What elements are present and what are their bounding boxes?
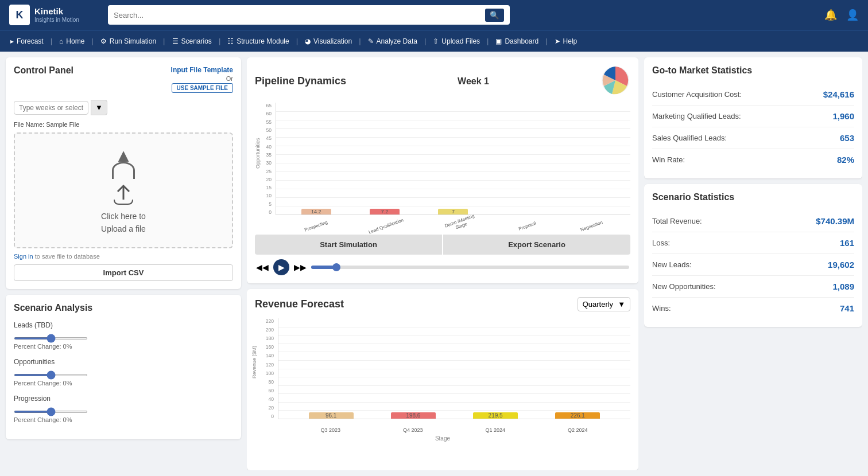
menu-structure-module[interactable]: ☷ Structure Module [222, 30, 294, 52]
upload-svg-icon [110, 184, 137, 205]
input-template-area: Input File Template Or USE SAMPLE FILE [171, 65, 233, 93]
slider-opportunities-label: Opportunities [14, 358, 233, 366]
fast-forward-button[interactable]: ▶▶ [294, 263, 307, 272]
user-icon[interactable]: 👤 [846, 9, 859, 21]
rev-y-axis: 0 20 40 60 80 100 120 140 160 180 200 22… [255, 318, 276, 419]
stat-new-leads: New Leads: 19,602 [652, 254, 854, 276]
y-axis-label: Opportunities [255, 138, 261, 169]
menu-bar: ▸ Forecast | ⌂ Home | ⚙ Run Simulation |… [0, 30, 868, 52]
rev-bar-q2-2024: 226.1 [555, 412, 600, 419]
new-leads-value: 19,602 [828, 260, 854, 270]
wins-label: Wins: [652, 304, 671, 313]
menu-upload-files[interactable]: ⇧ Upload Files [427, 30, 486, 52]
menu-forecast[interactable]: ▸ Forecast [5, 30, 49, 52]
progress-thumb[interactable] [332, 263, 340, 271]
sign-in-link[interactable]: Sign in [14, 253, 33, 260]
pipeline-header: Pipeline Dynamics Week 1 [255, 65, 630, 97]
menu-dashboard-label: Dashboard [505, 37, 538, 45]
bar-prospecting: 14.2 [301, 209, 331, 214]
menu-dashboard[interactable]: ▣ Dashboard [490, 30, 544, 52]
chart-area: 14.2 7.2 7 [276, 103, 630, 215]
use-sample-file-button[interactable]: USE SAMPLE FILE [172, 83, 233, 93]
center-column: Pipeline Dynamics Week 1 [247, 57, 638, 470]
sql-label: Sales Qualified Leads: [652, 134, 727, 142]
scenario-statistics-panel: Scenario Statistics Total Revenue: $740.… [644, 184, 862, 327]
logo-icon: K [9, 5, 30, 25]
bar-prospecting-rect: 14.2 [301, 209, 331, 214]
stat-sql: Sales Qualified Leads: 653 [652, 127, 854, 149]
upload-prompt: Click here to Upload a file [26, 210, 220, 236]
loss-value: 161 [840, 238, 854, 248]
slider-progression-label: Progression [14, 395, 233, 403]
new-opps-value: 1,089 [832, 282, 854, 291]
progression-slider[interactable] [14, 411, 88, 413]
stat-wins: Wins: 741 [652, 298, 854, 319]
menu-analyze-data[interactable]: ✎ Analyze Data [362, 30, 423, 52]
go-to-market-title: Go-to Market Statistics [652, 65, 854, 76]
total-revenue-value: $740.39M [816, 216, 854, 226]
help-icon: ➤ [555, 37, 560, 45]
revenue-header: Revenue Forecast Quarterly ▼ [255, 297, 630, 311]
stat-loss: Loss: 161 [652, 232, 854, 254]
weeks-select-row: ▼ [14, 100, 233, 115]
opportunities-percent-change: Percent Change: 0% [14, 380, 233, 387]
structure-icon: ☷ [227, 37, 234, 45]
start-simulation-button[interactable]: Start Simulation [255, 235, 442, 255]
total-revenue-label: Total Revenue: [652, 217, 702, 225]
sign-in-text: Sign in to save file to database [14, 253, 233, 260]
stat-mql: Marketing Qualified Leads: 1,960 [652, 106, 854, 127]
run-sim-icon: ⚙ [100, 37, 107, 45]
quarterly-select[interactable]: Quarterly ▼ [578, 297, 630, 311]
sql-value: 653 [840, 133, 854, 143]
sim-button-row: Start Simulation Export Scenario [255, 235, 630, 255]
right-column: Go-to Market Statistics Customer Acquisi… [644, 57, 862, 470]
search-input[interactable] [114, 11, 485, 19]
opportunities-slider[interactable] [14, 374, 88, 376]
search-bar[interactable]: 🔍 [108, 5, 510, 25]
menu-visualization[interactable]: ◕ Visualization [299, 30, 358, 52]
control-panel: Control Panel Input File Template Or USE… [6, 57, 241, 289]
stat-new-opportunities: New Opportunities: 1,089 [652, 276, 854, 298]
upload-area[interactable]: ▲ Click here to Upload a file [14, 132, 233, 248]
loss-label: Loss: [652, 239, 670, 247]
menu-home-label: Home [66, 37, 84, 45]
new-opps-label: New Opportunities: [652, 282, 716, 291]
slider-opportunities: Opportunities Percent Change: 0% [14, 358, 233, 387]
week-label: Week 1 [458, 76, 489, 87]
simulation-controls: Start Simulation Export Scenario ◀◀ ▶ ▶▶ [255, 235, 630, 275]
wins-value: 741 [840, 303, 854, 313]
quarterly-chevron-icon: ▼ [618, 300, 625, 309]
export-scenario-button[interactable]: Export Scenario [443, 235, 630, 255]
logo-text: Kinetik Insights in Motion [34, 6, 79, 24]
analyze-icon: ✎ [368, 37, 374, 45]
search-button[interactable]: 🔍 [485, 9, 504, 22]
pipeline-chart: 0 5 10 15 20 25 30 35 40 45 50 55 60 65 … [255, 103, 630, 229]
dropdown-arrow-icon[interactable]: ▼ [91, 100, 107, 115]
stat-cac: Customer Acquisition Cost: $24,616 [652, 84, 854, 106]
rev-x-axis-stage-label: Stage [255, 435, 630, 442]
menu-scenarios[interactable]: ☰ Scenarios [166, 30, 218, 52]
revenue-chart: 0 20 40 60 80 100 120 140 160 180 200 22… [255, 318, 630, 433]
menu-help-label: Help [563, 37, 578, 45]
menu-home[interactable]: ⌂ Home [53, 30, 90, 52]
rewind-button[interactable]: ◀◀ [256, 263, 269, 272]
vis-icon: ◕ [305, 37, 311, 45]
leads-slider[interactable] [14, 337, 88, 340]
play-button[interactable]: ▶ [273, 259, 289, 275]
progress-bar[interactable] [311, 266, 629, 269]
playback-row: ◀◀ ▶ ▶▶ [255, 259, 630, 275]
scenarios-icon: ☰ [172, 37, 179, 45]
import-csv-button[interactable]: Import CSV [14, 264, 233, 281]
menu-upload-label: Upload Files [441, 37, 480, 45]
menu-scenarios-label: Scenarios [181, 37, 212, 45]
weeks-input[interactable] [14, 101, 88, 115]
win-rate-label: Win Rate: [652, 155, 685, 164]
notification-icon[interactable]: 🔔 [824, 9, 837, 21]
rev-bar-q1-2024: 219.5 [473, 412, 518, 419]
menu-help[interactable]: ➤ Help [549, 30, 583, 52]
progression-percent-change: Percent Change: 0% [14, 416, 233, 423]
rev-bar-q3-2023: 96.1 [309, 412, 354, 419]
menu-run-simulation[interactable]: ⚙ Run Simulation [95, 30, 162, 52]
revenue-forecast-panel: Revenue Forecast Quarterly ▼ 0 20 40 60 … [247, 289, 638, 470]
input-file-template-link[interactable]: Input File Template [171, 66, 233, 74]
